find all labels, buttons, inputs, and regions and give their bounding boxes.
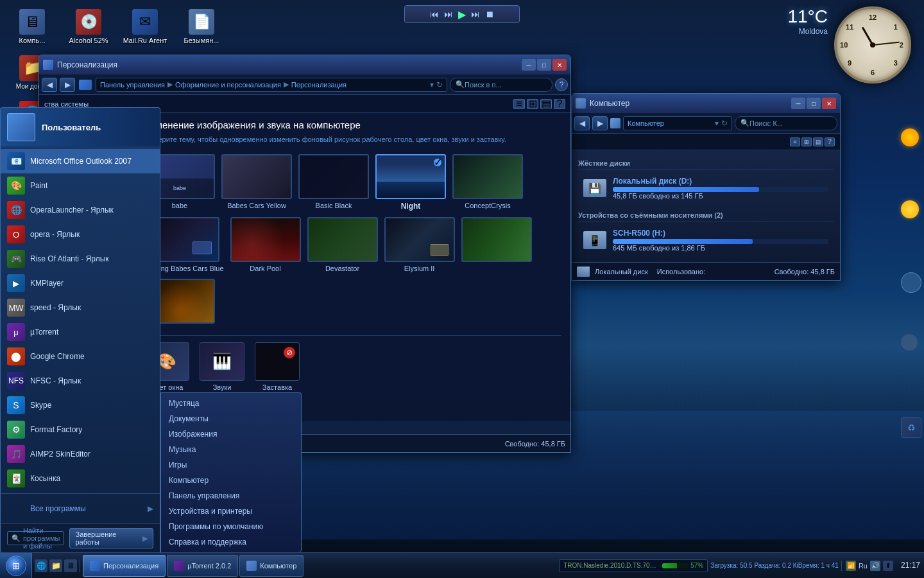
volume-tray-icon[interactable]: 🔊: [870, 561, 880, 571]
start-item-nfsc[interactable]: NFS NFSC - Ярлык: [1, 369, 160, 393]
desktop-icon-unnamed[interactable]: 📄 Безымян...: [176, 6, 227, 48]
computer-back-button[interactable]: ◀: [574, 116, 590, 130]
minimize-button[interactable]: ─: [522, 59, 536, 71]
media-stop-btn[interactable]: ⏹: [485, 9, 494, 19]
theme-green[interactable]: [461, 217, 532, 272]
theme-basic-black-thumb: [298, 154, 369, 199]
start-item-riseofatlanti[interactable]: 🎮 Rise Of Atlanti - Ярлык: [1, 247, 160, 271]
screensaver-item[interactable]: ⊘ Заставка Отсутствует: [255, 342, 300, 401]
start-item-paint[interactable]: 🎨 Paint: [1, 173, 160, 198]
start-menu-footer: 🔍 Найти программы и файлы Завершение раб…: [1, 523, 160, 552]
network-tray-icon[interactable]: 📶: [846, 561, 856, 571]
quick-launch-btn-2[interactable]: 📁: [49, 559, 62, 572]
computer-view-btn-details[interactable]: ▤: [813, 137, 823, 146]
computer-help-btn[interactable]: ?: [825, 137, 835, 146]
sounds-item[interactable]: 🎹 Звуки По умолчанию: [200, 342, 244, 401]
submenu-mustata[interactable]: Мустяца: [161, 396, 301, 411]
start-item-solitaire[interactable]: 🃏 Косынка: [1, 466, 160, 491]
start-all-programs[interactable]: Все программы ▶: [1, 496, 160, 521]
submenu-music[interactable]: Музыка: [161, 442, 301, 457]
drive-h-space: 645 МБ свободно из 1,86 ГБ: [613, 244, 828, 252]
taskbar-btn-computer[interactable]: Компьютер: [239, 555, 304, 577]
drive-h-info: SCH-R500 (H:) 645 МБ свободно из 1,86 ГБ: [613, 229, 828, 252]
breadcrumb-control-panel[interactable]: Панель управления: [100, 81, 165, 89]
search-box[interactable]: 🔍 Поиск в п...: [450, 78, 552, 92]
start-item-kmplayer[interactable]: ▶ KMPlayer: [1, 271, 160, 295]
maximize-button[interactable]: □: [537, 59, 551, 71]
forward-button[interactable]: ▶: [60, 78, 75, 92]
submenu-devices[interactable]: Устройства и принтеры: [161, 504, 301, 519]
theme-babes-cars-yellow[interactable]: Babes Cars Yellow: [221, 154, 292, 211]
start-button[interactable]: ⊞: [0, 553, 32, 579]
language-indicator[interactable]: Ru: [859, 562, 868, 570]
computer-address-bar[interactable]: Компьютер ▾ ↻: [623, 116, 732, 130]
drive-d[interactable]: 💾 Локальный диск (D:) 45,8 ГБ свободно и…: [578, 173, 834, 204]
media-prev-btn[interactable]: ⏮: [430, 9, 439, 19]
view-btn-list[interactable]: ≡: [513, 99, 525, 109]
quick-launch-btn-1[interactable]: 🌐: [35, 559, 47, 572]
breadcrumb-appearance[interactable]: Оформление и персонализация: [175, 81, 281, 89]
media-play-btn[interactable]: ▶: [458, 8, 466, 21]
start-item-formatfactory[interactable]: ⚙ Format Factory: [1, 417, 160, 442]
media-forward-btn[interactable]: ⏭: [471, 9, 480, 19]
start-item-skype[interactable]: S Skype: [1, 393, 160, 417]
view-btn-details[interactable]: ▤: [540, 99, 552, 109]
view-btn-icons[interactable]: ⊞: [527, 99, 538, 109]
desktop-icon-computer[interactable]: 🖥 Компь...: [6, 6, 58, 48]
notification-icon[interactable]: ⬆: [883, 561, 893, 571]
theme-blue-night[interactable]: ✓ Night: [375, 154, 446, 211]
right-icon-recycle[interactable]: ♻: [901, 417, 921, 438]
desktop-icon-mailru[interactable]: ✉ Mail.Ru Агент: [119, 6, 171, 48]
computer-view-btn-icons[interactable]: ⊞: [801, 137, 812, 146]
desktop-icon-computer-label: Компь...: [19, 37, 46, 45]
start-search-box[interactable]: 🔍 Найти программы и файлы: [7, 531, 64, 545]
media-rewind-btn[interactable]: ⏭: [444, 9, 453, 19]
back-button[interactable]: ◀: [42, 78, 57, 92]
computer-refresh-icon[interactable]: ↻: [721, 119, 728, 128]
start-item-opera[interactable]: O opera - Ярлык: [1, 222, 160, 247]
taskbar-btn-utorrent[interactable]: µTorrent 2.0.2: [167, 555, 238, 577]
quick-launch-btn-3[interactable]: 🖥: [64, 559, 77, 572]
computer-window: Компьютер ─ □ ✕ ◀ ▶ Компьютер ▾ ↻ 🔍 Поис…: [571, 93, 841, 281]
desktop-icon-alcohol[interactable]: 💿 Alcohol 52%: [63, 6, 114, 48]
search-placeholder-text: Поиск в п...: [465, 81, 502, 89]
start-item-operalauncher[interactable]: 🌐 OperaLauncher - Ярлык: [1, 198, 160, 222]
computer-address-dropdown-icon[interactable]: ▾: [715, 119, 719, 128]
start-item-speed[interactable]: MW speed - Ярлык: [1, 295, 160, 320]
submenu-images[interactable]: Изображения: [161, 426, 301, 442]
start-item-paint-label: Paint: [30, 181, 47, 190]
breadcrumb-personalization[interactable]: Персонализация: [291, 81, 346, 89]
theme-conceptcrysis[interactable]: ConceptCrysis: [452, 154, 523, 211]
start-item-aimp[interactable]: 🎵 AIMP2 SkinEditor: [1, 442, 160, 466]
theme-dark-pool[interactable]: Dark Pool: [230, 217, 301, 272]
music-icon: 🎹: [212, 353, 232, 371]
computer-view-btn-list[interactable]: ≡: [790, 137, 800, 146]
computer-minimize-button[interactable]: ─: [791, 98, 805, 109]
address-refresh-icon[interactable]: ↻: [436, 80, 443, 89]
shutdown-button[interactable]: Завершение работы ▶: [69, 528, 153, 548]
computer-search-box[interactable]: 🔍 Поиск: К...: [735, 116, 837, 130]
start-item-outlook[interactable]: 📧 Microsoft Office Outlook 2007: [1, 149, 160, 173]
submenu-computer[interactable]: Компьютер: [161, 473, 301, 488]
system-clock[interactable]: 21:17: [897, 561, 924, 571]
submenu-default-programs[interactable]: Программы по умолчанию: [161, 519, 301, 534]
theme-basic-black[interactable]: Basic Black: [298, 154, 369, 211]
computer-maximize-button[interactable]: □: [807, 98, 821, 109]
address-dropdown-icon[interactable]: ▾: [430, 80, 434, 89]
help-btn-2[interactable]: ?: [554, 99, 565, 109]
close-button[interactable]: ✕: [552, 59, 567, 71]
start-item-chrome[interactable]: ⬤ Google Chrome: [1, 344, 160, 369]
address-bar[interactable]: Панель управления ▶ Оформление и персона…: [96, 78, 447, 92]
submenu-games[interactable]: Игры: [161, 457, 301, 473]
submenu-documents[interactable]: Документы: [161, 411, 301, 426]
submenu-help[interactable]: Справка и поддержка: [161, 534, 301, 550]
taskbar-btn-personalization[interactable]: Персонализация: [83, 555, 166, 577]
computer-close-button[interactable]: ✕: [822, 98, 836, 109]
start-item-utorrent[interactable]: μ µTorrent: [1, 320, 160, 344]
theme-devastator[interactable]: Devastator: [307, 217, 378, 272]
theme-elysium[interactable]: Elysium II: [384, 217, 455, 272]
computer-forward-button[interactable]: ▶: [592, 116, 608, 130]
help-button[interactable]: ?: [555, 78, 568, 91]
drive-h[interactable]: 📱 SCH-R500 (H:) 645 МБ свободно из 1,86 …: [578, 225, 834, 256]
submenu-controlpanel[interactable]: Панель управления: [161, 488, 301, 504]
